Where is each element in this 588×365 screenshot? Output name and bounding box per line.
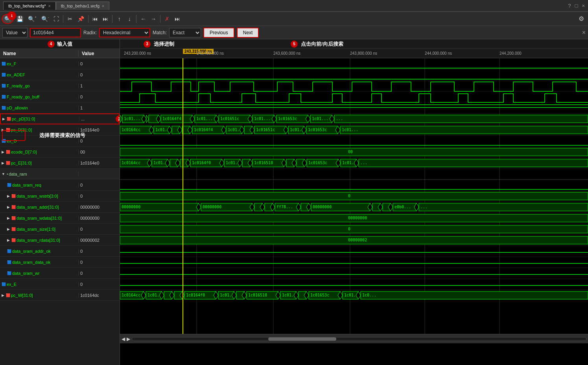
svg-text:0: 0: [348, 227, 350, 231]
left-button[interactable]: ←: [138, 14, 148, 24]
svg-text:0: 0: [348, 194, 350, 198]
expand-icon-data-ram[interactable]: ▼: [2, 172, 5, 176]
waveform-area[interactable]: .wf-bus { fill: none; stroke: #00ff00; s…: [120, 58, 588, 334]
settings-button[interactable]: ⚙: [576, 14, 586, 24]
expand-icon-pc-d[interactable]: ▶: [2, 128, 4, 132]
tab-close-icon[interactable]: ×: [48, 4, 51, 8]
signal-row-ex-f[interactable]: 🟦 ex_F 0: [0, 58, 120, 69]
skip-button[interactable]: ⏭: [173, 14, 182, 24]
horizontal-scrollbar[interactable]: [132, 337, 586, 341]
save-button[interactable]: 💾: [15, 14, 25, 24]
tab-close-icon-2[interactable]: ×: [102, 4, 104, 8]
go-end-button[interactable]: ⏭: [101, 14, 110, 24]
svg-rect-10: [120, 169, 588, 180]
svg-rect-3: [120, 91, 588, 102]
expand-icon-pc-w[interactable]: ▶: [2, 293, 4, 297]
signal-row-ecode-d[interactable]: ▶ 🟥 ecode_D[7:0] 00: [0, 146, 120, 157]
cut-icon: ✂: [68, 16, 72, 22]
signal-row-data-sram-addr[interactable]: ▶ 🟥 data_sram_addr[31:0] 00000000: [0, 202, 120, 213]
signal-row-data-sram-wstrb[interactable]: ▶ 🟥 data_sram_wstrb[3:0] 0: [0, 191, 120, 202]
tab-inactive[interactable]: tb_top_behav1.wcfg ×: [56, 2, 109, 10]
expand-icon-wdata[interactable]: ▶: [7, 216, 10, 220]
scroll-right-arrow[interactable]: ▶: [127, 336, 130, 342]
match-select[interactable]: Exact Substring: [169, 28, 201, 37]
svg-text:1c01...: 1c01...: [196, 117, 213, 121]
svg-text:00000000: 00000000: [313, 205, 332, 209]
search-close-button[interactable]: ×: [582, 29, 586, 36]
signal-row-pc-e[interactable]: ▶ 🟥 pc_E[31:0] 1c0164e0: [0, 157, 120, 169]
signal-row-pc-w[interactable]: ▶ 🟥 pc_W[31:0] 1c0164dc: [0, 290, 120, 301]
zoom-out-button[interactable]: 🔍 -: [39, 14, 51, 24]
match-label: Match:: [153, 30, 167, 35]
signal-value-data-sram-rdata: 00000002: [79, 238, 101, 243]
signal-row-data-sram-data-ok[interactable]: 🟦 data_sram_data_ok 0: [0, 257, 120, 268]
next-button[interactable]: Next: [237, 28, 259, 38]
signal-value-pc-pd: ...: [79, 117, 86, 121]
scroll-left-arrow[interactable]: ◀: [122, 336, 125, 342]
signal-row-data-sram-req[interactable]: 🟦 data_sram_req 0: [0, 180, 120, 191]
cut-button[interactable]: ✂: [65, 14, 75, 24]
annotation-4-label: 输入值: [57, 41, 72, 48]
delete-button[interactable]: ✗: [162, 14, 172, 24]
maximize-icon[interactable]: □: [575, 3, 578, 9]
fit-button[interactable]: ⛶: [52, 14, 61, 24]
signal-row-ex-adef[interactable]: 🟦 ex_ADEF 0: [0, 69, 120, 80]
svg-rect-137: [359, 159, 588, 167]
waveform-panel: 243,315.000 ns 243,200.000 ns 243,400.00…: [120, 49, 588, 365]
signal-row-data-ram[interactable]: ▼ ▪ data_ram: [0, 169, 120, 180]
up-button[interactable]: ↑: [114, 14, 124, 24]
expand-icon-ecode-d[interactable]: ▶: [2, 150, 4, 154]
help-icon[interactable]: ?: [568, 3, 571, 9]
expand-icon-wstrb[interactable]: ▶: [7, 194, 10, 198]
title-bar: tb_top_behav.wcfg* × tb_top_behav1.wcfg …: [0, 0, 588, 12]
down-button[interactable]: ↓: [125, 14, 134, 24]
close-window-icon[interactable]: ×: [582, 3, 585, 9]
svg-text:1c0164cc: 1c0164cc: [122, 293, 140, 297]
search-button[interactable]: 🔍 1: [2, 14, 14, 24]
go-start-button[interactable]: ⏮: [90, 14, 100, 24]
value-header: Value: [79, 51, 97, 56]
svg-rect-140: [120, 192, 588, 200]
scrollbar-thumb[interactable]: [268, 337, 336, 341]
svg-text:ff78...: ff78...: [276, 205, 293, 209]
signal-row-pd-allowin[interactable]: 🟦 pD_allowin 1: [0, 102, 120, 113]
right-button[interactable]: →: [149, 14, 158, 24]
signal-row-ex-e[interactable]: 🟦 ex_E 0: [0, 279, 120, 290]
expand-icon-pc-pd[interactable]: ▶: [2, 117, 5, 121]
expand-icon-size[interactable]: ▶: [7, 227, 10, 231]
svg-rect-11: [120, 180, 588, 191]
pin-button[interactable]: 📌: [76, 14, 86, 24]
annotation-3-label: 选择进制: [154, 41, 174, 48]
signal-row-data-sram-size[interactable]: ▶ 🟥 data_sram_size[1:0] 0: [0, 224, 120, 235]
signal-name-pc-e: ▶ 🟥 pc_E[31:0]: [0, 161, 79, 165]
radix-select[interactable]: Hexadecimal Decimal Binary Octal: [99, 28, 150, 37]
search-value-input[interactable]: [30, 28, 81, 37]
previous-button[interactable]: Previous: [203, 28, 234, 38]
signal-name-ex-adef: 🟦 ex_ADEF: [0, 72, 79, 77]
expand-icon-rdata[interactable]: ▶: [7, 238, 10, 242]
value-type-select[interactable]: Value Hex Signal: [2, 28, 28, 37]
signal-row-data-sram-wdata[interactable]: ▶ 🟥 data_sram_wdata[31:0] 00000000: [0, 213, 120, 224]
signal-row-pc-pd[interactable]: ▶ 🟥 pc_pD[31:0] ... 2: [0, 113, 120, 124]
svg-text:1c01653c: 1c01653c: [310, 293, 329, 297]
signal-row-ex-d[interactable]: 🟦 ex_D 0: [0, 135, 120, 146]
signal-row-f-ready-go-buff[interactable]: 🟦 F_ready_go_buff 0: [0, 91, 120, 102]
signal-row-f-ready-go[interactable]: 🟦 F_ready_go 1: [0, 80, 120, 91]
signal-row-data-sram-rdata[interactable]: ▶ 🟥 data_sram_rdata[31:0] 00000002: [0, 235, 120, 246]
previous-label: Previous: [210, 30, 228, 35]
signal-value-ex-e: 0: [79, 282, 84, 287]
svg-text:1c01...: 1c01...: [124, 117, 140, 121]
signal-name-ecode-d: ▶ 🟥 ecode_D[7:0]: [0, 150, 79, 154]
signal-row-data-sram-addr-ok[interactable]: 🟦 data_sram_addr_ok 0: [0, 246, 120, 257]
save-icon: 💾: [17, 16, 23, 22]
time-marker-6: 244,200.000: [500, 51, 522, 56]
expand-icon-pc-e[interactable]: ▶: [2, 161, 4, 165]
pin-icon: 📌: [77, 16, 84, 22]
signal-row-pc-d[interactable]: ▶ 🟥 pc_D[31:0] 1c0164e0: [0, 124, 120, 135]
signal-row-data-sram-wr[interactable]: 🟦 data_sram_wr 0: [0, 268, 120, 279]
tab-active[interactable]: tb_top_behav.wcfg* ×: [3, 2, 56, 10]
expand-icon-addr[interactable]: ▶: [7, 205, 10, 209]
tab-label: tb_top_behav.wcfg*: [8, 4, 46, 8]
zoom-in-button[interactable]: 🔍 +: [26, 14, 39, 24]
name-header: Name: [0, 51, 79, 56]
